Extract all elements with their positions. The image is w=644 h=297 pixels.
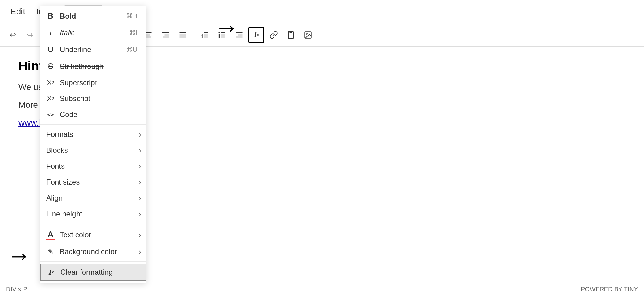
dropdown-line-height[interactable]: Line height xyxy=(40,206,146,222)
dropdown-font-sizes[interactable]: Font sizes xyxy=(40,174,146,190)
line-height-label: Line height xyxy=(46,210,82,218)
clear-formatting-label: Clear formatting xyxy=(60,268,113,276)
background-color-icon: ✎ xyxy=(46,248,55,256)
powered-by: POWERED BY TINY xyxy=(581,286,638,293)
dropdown-blocks[interactable]: Blocks xyxy=(40,142,146,158)
svg-text:3: 3 xyxy=(201,36,203,38)
dropdown-fonts[interactable]: Fonts xyxy=(40,158,146,174)
strikethrough-label: Strikethrough xyxy=(60,62,104,71)
font-sizes-label: Font sizes xyxy=(46,178,80,186)
bold-shortcut: ⌘B xyxy=(126,12,138,20)
dropdown-italic[interactable]: I Italic ⌘I xyxy=(40,24,146,41)
italic-icon: I xyxy=(46,28,55,37)
dropdown-align[interactable]: Align xyxy=(40,190,146,206)
status-bar: DIV » P POWERED BY TINY xyxy=(0,281,644,297)
dropdown-section-submenus: Formats Blocks Fonts Font sizes Align Li… xyxy=(40,125,146,224)
list-ordered-button[interactable]: 1 2 3 xyxy=(197,27,213,43)
clear-format-icon: Ix xyxy=(47,268,55,276)
dropdown-section-color: A Text color ✎ Background color xyxy=(40,224,146,262)
align-right-button[interactable] xyxy=(157,27,173,43)
underline-icon: U xyxy=(46,45,55,54)
svg-point-29 xyxy=(306,33,307,34)
dropdown-section-text-format: B Bold ⌘B I Italic ⌘I U Underline ⌘U S S… xyxy=(40,6,146,125)
text-color-label: Text color xyxy=(60,231,91,239)
subscript-icon: X2 xyxy=(46,95,55,103)
superscript-label: Superscript xyxy=(60,78,97,87)
redo-button[interactable]: ↪ xyxy=(22,27,38,43)
dropdown-subscript[interactable]: X2 Subscript xyxy=(40,91,146,107)
bold-icon: B xyxy=(46,11,55,21)
italic-label: Italic xyxy=(60,28,75,37)
bold-label: Bold xyxy=(60,12,76,21)
undo-button[interactable]: ↩ xyxy=(5,27,21,43)
strikethrough-icon: S xyxy=(46,62,55,71)
menu-edit[interactable]: Edit xyxy=(6,5,29,18)
underline-shortcut: ⌘U xyxy=(126,46,138,54)
clipboard-button[interactable] xyxy=(283,27,299,43)
toolbar-arrow: → xyxy=(214,15,239,40)
toolbar-separator-3 xyxy=(194,29,194,40)
superscript-icon: X2 xyxy=(46,79,55,87)
dropdown-section-clear: Ix Clear formatting xyxy=(40,262,146,283)
italic-shortcut: ⌘I xyxy=(129,29,138,37)
dropdown-background-color[interactable]: ✎ Background color xyxy=(40,244,146,260)
dropdown-superscript[interactable]: X2 Superscript xyxy=(40,75,146,91)
dropdown-strikethrough[interactable]: S Strikethrough xyxy=(40,58,146,75)
subscript-label: Subscript xyxy=(60,94,90,103)
underline-label: Underline xyxy=(60,45,91,54)
clear-format-toolbar-button[interactable]: Ix xyxy=(248,27,264,43)
svg-rect-27 xyxy=(290,31,292,33)
fonts-label: Fonts xyxy=(46,162,65,171)
code-icon: <> xyxy=(46,111,55,118)
image-button[interactable] xyxy=(300,27,316,43)
dropdown-text-color[interactable]: A Text color xyxy=(40,226,146,244)
link-button[interactable] xyxy=(266,27,282,43)
formats-label: Formats xyxy=(46,130,73,139)
dropdown-formats[interactable]: Formats xyxy=(40,126,146,142)
background-color-label: Background color xyxy=(60,247,117,256)
dropdown-code[interactable]: <> Code xyxy=(40,107,146,122)
format-dropdown-menu[interactable]: B Bold ⌘B I Italic ⌘I U Underline ⌘U S S… xyxy=(40,6,146,283)
dropdown-bold[interactable]: B Bold ⌘B xyxy=(40,8,146,24)
dropdown-clear-formatting[interactable]: Ix Clear formatting xyxy=(40,264,146,281)
dropdown-underline[interactable]: U Underline ⌘U xyxy=(40,41,146,58)
text-color-icon: A xyxy=(46,230,55,240)
align-justify-button[interactable] xyxy=(175,27,191,43)
align-label: Align xyxy=(46,194,63,202)
blocks-label: Blocks xyxy=(46,146,68,155)
breadcrumb: DIV » P xyxy=(6,286,27,293)
code-label: Code xyxy=(60,110,77,119)
